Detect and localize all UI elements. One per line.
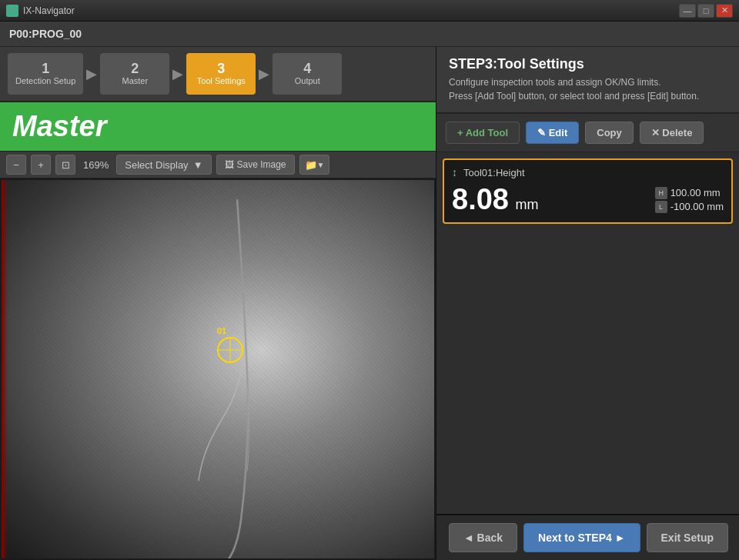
fit-button[interactable]: ⊡ [55,155,75,175]
step-arrow-1: ▶ [83,65,100,82]
step-2-num: 2 [131,62,139,77]
close-button[interactable]: ✕ [716,4,733,18]
bottom-navigation: ◄ Back Next to STEP4 ► Exit Setup [436,514,739,560]
window-controls: — □ ✕ [679,4,733,18]
step-1-label: Detection Setup [15,76,75,86]
folder-icon: 📁 [305,159,317,171]
copy-tool-button[interactable]: Copy [585,122,634,144]
limit-high-row: H 100.00 mm [655,187,721,199]
step-2-label: Master [122,76,148,86]
step-3-button[interactable]: 3 Tool Settings [186,53,256,95]
tool-value: 8.08 [452,183,509,215]
minimize-button[interactable]: — [679,4,696,18]
step-2-button[interactable]: 2 Master [100,53,169,95]
tool-marker-label: 01 [217,326,243,335]
step-desc-line1: Configure inspection tools and assign OK… [449,75,727,89]
tool-marker: 01 [217,326,243,363]
camera-background: 01 [2,180,434,558]
select-display-button[interactable]: Select Display ▼ [116,155,211,175]
zoom-in-button[interactable]: + [31,155,51,175]
maximize-button[interactable]: □ [697,4,714,18]
zoom-out-button[interactable]: − [6,155,26,175]
left-panel: 1 Detection Setup ▶ 2 Master ▶ 3 Tool Se… [0,47,436,560]
save-image-label: Save Image [237,159,286,170]
select-display-label: Select Display [125,159,188,171]
step-3-num: 3 [217,62,225,77]
wire-overlay [2,180,434,558]
limit-high-value: 100.00 mm [670,187,721,198]
right-panel: STEP3:Tool Settings Configure inspection… [436,47,739,560]
tool-list: ↕ Tool01:Height 8.08 mm H 100.00 mm [436,152,739,514]
folder-button[interactable]: 📁 ▼ [299,155,330,175]
limit-low-row: L -100.00 mm [655,201,724,213]
step-item-4: 4 Output [273,53,342,95]
tool-card-header: ↕ Tool01:Height [452,166,724,178]
step-1-num: 1 [42,62,49,77]
folder-dropdown-icon: ▼ [317,161,325,169]
tool-unit: mm [515,197,538,212]
step-arrow-3: ▶ [256,65,273,82]
app-title: IX-Navigator [23,5,679,16]
limit-high-icon: H [655,187,667,199]
tool-limits: H 100.00 mm L -100.00 mm [655,187,724,213]
step-4-button[interactable]: 4 Output [273,53,342,95]
limit-low-icon: L [655,201,667,213]
master-label-bar: Master [0,102,436,151]
limit-low-value: -100.00 mm [670,201,724,212]
tool-card-name: Tool01:Height [463,167,525,178]
dropdown-icon: ▼ [193,159,203,171]
step-title: STEP3:Tool Settings [449,56,727,72]
right-header: STEP3:Tool Settings Configure inspection… [436,47,739,114]
panels: 1 Detection Setup ▶ 2 Master ▶ 3 Tool Se… [0,47,739,560]
step-item-1: 1 Detection Setup [8,53,83,95]
program-label: P00:PROG_00 [9,28,82,40]
step-3-label: Tool Settings [197,76,246,86]
tool-marker-box [217,337,243,363]
save-image-button[interactable]: 🖼 Save Image [216,155,295,175]
step-1-button[interactable]: 1 Detection Setup [8,53,83,95]
delete-tool-button[interactable]: ✕ Delete [640,122,704,144]
camera-view: 01 [0,178,436,560]
back-button[interactable]: ◄ Back [449,523,517,552]
title-bar: IX-Navigator — □ ✕ [0,0,739,22]
header-row: P00:PROG_00 [0,22,739,47]
steps-bar: 1 Detection Setup ▶ 2 Master ▶ 3 Tool Se… [0,47,436,102]
edit-tool-button[interactable]: ✎ Edit [526,122,579,144]
next-step-button[interactable]: Next to STEP4 ► [523,523,640,552]
step-item-2: 2 Master [100,53,169,95]
add-tool-button[interactable]: + Add Tool [446,122,520,144]
crosshair-v [230,338,231,362]
step-item-3: 3 Tool Settings [186,53,256,95]
step-arrow-2: ▶ [169,65,186,82]
tool-card[interactable]: ↕ Tool01:Height 8.08 mm H 100.00 mm [443,158,733,224]
save-image-icon: 🖼 [225,159,234,170]
tool-card-icon: ↕ [452,166,457,178]
master-label: Master [12,110,107,143]
tool-actions-bar: + Add Tool ✎ Edit Copy ✕ Delete [436,114,739,152]
step-desc-line2: Press [Add Tool] button, or select tool … [449,89,727,103]
exit-setup-button[interactable]: Exit Setup [647,523,728,552]
tool-measurement: 8.08 mm H 100.00 mm L -100.00 mm [452,183,724,216]
image-toolbar: − + ⊡ 169% Select Display ▼ 🖼 Save Image… [0,151,436,178]
step-4-num: 4 [303,62,311,77]
zoom-level-label: 169% [83,159,109,171]
app-icon [6,5,18,17]
tool-value-group: 8.08 mm [452,183,538,216]
main-container: P00:PROG_00 1 Detection Setup ▶ 2 Master [0,22,739,560]
step-4-label: Output [295,76,320,86]
